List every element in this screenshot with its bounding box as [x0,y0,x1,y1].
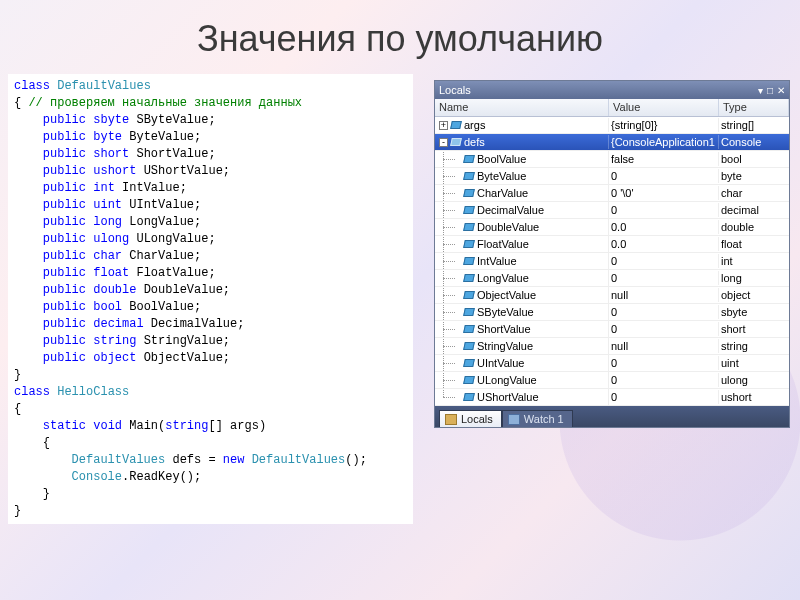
variable-name: IntValue [477,255,517,267]
cell-value: {ConsoleApplication1 [609,135,719,149]
cell-type: int [719,254,789,268]
tab-locals[interactable]: Locals [439,410,502,427]
cell-value: 0.0 [609,237,719,251]
cell-type: object [719,288,789,302]
table-row[interactable]: DoubleValue0.0double [435,219,789,236]
column-header-type[interactable]: Type [719,99,789,116]
field-icon [463,239,475,249]
cell-name: BoolValue [435,151,609,167]
cell-name: -defs [435,135,609,149]
cell-name: SByteValue [435,304,609,320]
cell-name: StringValue [435,338,609,354]
tree-connector-icon [437,356,461,370]
cell-type: double [719,220,789,234]
tree-connector-icon [437,288,461,302]
field-icon [463,341,475,351]
cell-type: ulong [719,373,789,387]
locals-rows: +args{string[0]}string[]-defs{ConsoleApp… [435,117,789,406]
table-row[interactable]: ULongValue0ulong [435,372,789,389]
table-row[interactable]: IntValue0int [435,253,789,270]
cell-value: null [609,339,719,353]
locals-titlebar[interactable]: Locals ▾ □ ✕ [435,81,789,99]
cell-name: CharValue [435,185,609,201]
variable-name: CharValue [477,187,528,199]
code-editor: class DefaultValues { // проверяем начал… [8,74,413,524]
cell-name: ObjectValue [435,287,609,303]
cell-type: uint [719,356,789,370]
variable-name: ULongValue [477,374,537,386]
table-row[interactable]: ObjectValuenullobject [435,287,789,304]
table-row[interactable]: SByteValue0sbyte [435,304,789,321]
cell-type: string [719,339,789,353]
field-icon [463,358,475,368]
variable-name: DecimalValue [477,204,544,216]
collapse-icon[interactable]: - [439,138,448,147]
window-dropdown-icon[interactable]: ▾ [758,85,763,96]
field-icon [463,375,475,385]
cell-name: +args [435,118,609,132]
cell-value: 0 [609,373,719,387]
cell-type: short [719,322,789,336]
table-row[interactable]: ByteValue0byte [435,168,789,185]
cell-value: 0 [609,254,719,268]
cell-value: 0 '\0' [609,186,719,200]
cell-type: char [719,186,789,200]
table-row[interactable]: UShortValue0ushort [435,389,789,406]
field-icon [450,137,462,147]
tab-label: Locals [461,413,493,425]
window-pin-icon[interactable]: □ [767,85,773,96]
cell-type: decimal [719,203,789,217]
table-row[interactable]: LongValue0long [435,270,789,287]
cell-value: 0 [609,203,719,217]
variable-name: UShortValue [477,391,539,403]
variable-name: SByteValue [477,306,534,318]
tree-connector-icon [437,322,461,336]
field-icon [463,188,475,198]
cell-value: 0.0 [609,220,719,234]
cell-type: Console [719,135,789,149]
locals-icon [445,414,457,425]
cell-name: UIntValue [435,355,609,371]
cell-value: 0 [609,390,719,404]
field-icon [463,154,475,164]
variable-name: ObjectValue [477,289,536,301]
cell-name: DoubleValue [435,219,609,235]
cell-name: DecimalValue [435,202,609,218]
window-close-icon[interactable]: ✕ [777,85,785,96]
table-row[interactable]: +args{string[0]}string[] [435,117,789,134]
cell-type: byte [719,169,789,183]
tree-connector-icon [437,203,461,217]
tab-watch-1[interactable]: Watch 1 [502,410,573,427]
tree-connector-icon [437,186,461,200]
tree-connector-icon [437,220,461,234]
column-header-value[interactable]: Value [609,99,719,116]
cell-value: null [609,288,719,302]
field-icon [463,171,475,181]
table-row[interactable]: UIntValue0uint [435,355,789,372]
table-row[interactable]: -defs{ConsoleApplication1Console [435,134,789,151]
cell-type: float [719,237,789,251]
locals-window: Locals ▾ □ ✕ Name Value Type +args{strin… [434,80,790,428]
table-row[interactable]: ShortValue0short [435,321,789,338]
tree-connector-icon [437,237,461,251]
field-icon [463,392,475,402]
page-title: Значения по умолчанию [0,0,800,74]
field-icon [463,256,475,266]
tree-connector-icon [437,373,461,387]
table-row[interactable]: BoolValuefalsebool [435,151,789,168]
field-icon [463,273,475,283]
tree-connector-icon [437,339,461,353]
field-icon [450,120,462,130]
column-header-name[interactable]: Name [435,99,609,116]
variable-name: ShortValue [477,323,531,335]
expand-icon[interactable]: + [439,121,448,130]
locals-columns-header: Name Value Type [435,99,789,117]
cell-type: bool [719,152,789,166]
table-row[interactable]: FloatValue0.0float [435,236,789,253]
table-row[interactable]: CharValue0 '\0'char [435,185,789,202]
watch-icon [508,414,520,425]
cell-type: ushort [719,390,789,404]
table-row[interactable]: StringValuenullstring [435,338,789,355]
variable-name: ByteValue [477,170,526,182]
table-row[interactable]: DecimalValue0decimal [435,202,789,219]
